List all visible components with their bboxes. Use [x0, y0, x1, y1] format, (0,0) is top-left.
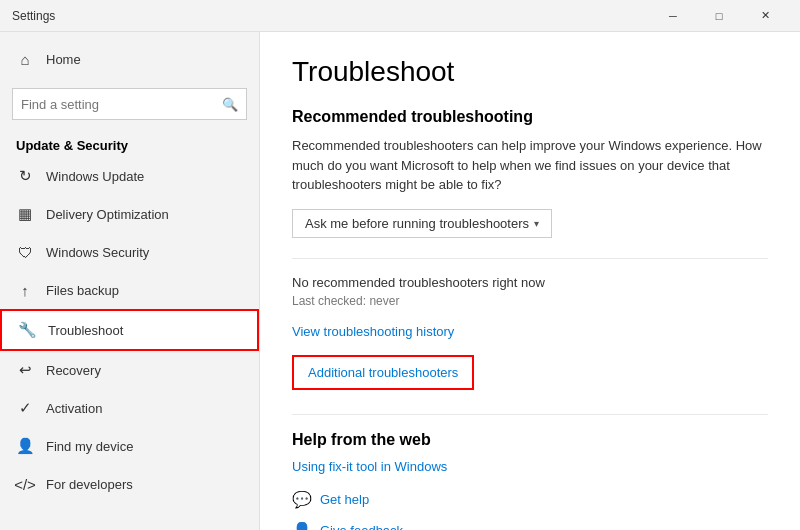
dropdown-label: Ask me before running troubleshooters	[305, 216, 529, 231]
sidebar-item-activation[interactable]: ✓ Activation	[0, 389, 259, 427]
dropdown-arrow-icon: ▾	[534, 218, 539, 229]
troubleshoot-dropdown[interactable]: Ask me before running troubleshooters ▾	[292, 209, 552, 238]
sidebar-item-activation-label: Activation	[46, 401, 102, 416]
files-backup-icon: ↑	[16, 281, 34, 299]
sidebar-category: Update & Security	[0, 130, 259, 157]
get-help-link[interactable]: 💬 Get help	[292, 490, 768, 509]
get-help-icon: 💬	[292, 490, 312, 509]
home-icon: ⌂	[16, 50, 34, 68]
sidebar-item-windows-update-label: Windows Update	[46, 169, 144, 184]
window-title: Settings	[12, 9, 650, 23]
sidebar-item-for-developers-label: For developers	[46, 477, 133, 492]
status-title: No recommended troubleshooters right now	[292, 275, 768, 290]
search-icon: 🔍	[222, 97, 238, 112]
additional-troubleshooters-container: Additional troubleshooters	[292, 355, 474, 390]
for-developers-icon: </>	[16, 475, 34, 493]
content-area: Troubleshoot Recommended troubleshooting…	[260, 32, 800, 530]
find-my-device-icon: 👤	[16, 437, 34, 455]
window-controls: ─ □ ✕	[650, 0, 788, 32]
status-sub: Last checked: never	[292, 294, 768, 308]
search-input[interactable]	[21, 97, 222, 112]
give-feedback-icon: 👤	[292, 521, 312, 531]
maximize-button[interactable]: □	[696, 0, 742, 32]
sidebar: ⌂ Home 🔍 Update & Security ↻ Windows Upd…	[0, 32, 260, 530]
minimize-button[interactable]: ─	[650, 0, 696, 32]
title-bar: Settings ─ □ ✕	[0, 0, 800, 32]
status-section: No recommended troubleshooters right now…	[292, 258, 768, 308]
sidebar-item-for-developers[interactable]: </> For developers	[0, 465, 259, 503]
main-layout: ⌂ Home 🔍 Update & Security ↻ Windows Upd…	[0, 32, 800, 530]
give-feedback-label: Give feedback	[320, 523, 403, 531]
help-section-title: Help from the web	[292, 414, 768, 449]
recommended-section-title: Recommended troubleshooting	[292, 108, 768, 126]
delivery-optimization-icon: ▦	[16, 205, 34, 223]
sidebar-item-files-backup[interactable]: ↑ Files backup	[0, 271, 259, 309]
sidebar-item-windows-update[interactable]: ↻ Windows Update	[0, 157, 259, 195]
sidebar-item-find-my-device[interactable]: 👤 Find my device	[0, 427, 259, 465]
sidebar-item-delivery-optimization-label: Delivery Optimization	[46, 207, 169, 222]
view-history-link[interactable]: View troubleshooting history	[292, 324, 768, 339]
recovery-icon: ↩	[16, 361, 34, 379]
sidebar-item-recovery-label: Recovery	[46, 363, 101, 378]
troubleshoot-icon: 🔧	[18, 321, 36, 339]
sidebar-item-delivery-optimization[interactable]: ▦ Delivery Optimization	[0, 195, 259, 233]
activation-icon: ✓	[16, 399, 34, 417]
recommended-section-desc: Recommended troubleshooters can help imp…	[292, 136, 768, 195]
sidebar-item-home-label: Home	[46, 52, 81, 67]
sidebar-item-find-my-device-label: Find my device	[46, 439, 133, 454]
sidebar-item-files-backup-label: Files backup	[46, 283, 119, 298]
page-title: Troubleshoot	[292, 56, 768, 88]
sidebar-item-troubleshoot-label: Troubleshoot	[48, 323, 123, 338]
sidebar-item-home[interactable]: ⌂ Home	[0, 40, 259, 78]
sidebar-item-recovery[interactable]: ↩ Recovery	[0, 351, 259, 389]
web-link[interactable]: Using fix-it tool in Windows	[292, 459, 768, 474]
close-button[interactable]: ✕	[742, 0, 788, 32]
sidebar-search-box[interactable]: 🔍	[12, 88, 247, 120]
sidebar-item-windows-security-label: Windows Security	[46, 245, 149, 260]
additional-troubleshooters-link[interactable]: Additional troubleshooters	[294, 357, 472, 388]
sidebar-item-troubleshoot[interactable]: 🔧 Troubleshoot	[0, 309, 259, 351]
get-help-label: Get help	[320, 492, 369, 507]
give-feedback-link[interactable]: 👤 Give feedback	[292, 521, 768, 531]
windows-update-icon: ↻	[16, 167, 34, 185]
sidebar-item-windows-security[interactable]: 🛡 Windows Security	[0, 233, 259, 271]
windows-security-icon: 🛡	[16, 243, 34, 261]
